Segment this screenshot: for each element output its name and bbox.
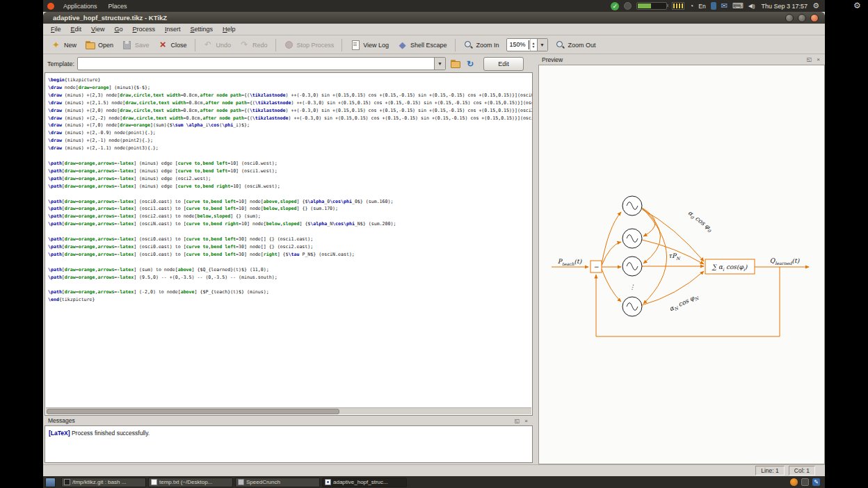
tikz-source-code: \begin{tikzpicture}\draw node[draw=orang… (45, 73, 532, 304)
menu-file[interactable]: File (46, 24, 66, 34)
ktikz-icon (325, 479, 331, 485)
new-button[interactable]: New (47, 38, 80, 51)
notification-icon[interactable] (790, 478, 798, 486)
open-button[interactable]: Open (81, 38, 117, 51)
code-line: \draw (minus) +(2,1.5) node[draw,circle,… (48, 99, 532, 107)
taskbar-window-button[interactable]: temp.txt (~/Desktop... (148, 478, 233, 487)
minimize-button[interactable] (785, 14, 794, 22)
menu-edit[interactable]: Edit (66, 24, 87, 34)
session-indicator-icon[interactable] (624, 2, 632, 10)
template-edit-button[interactable]: Edit (483, 57, 524, 71)
code-line: \begin{tikzpicture} (48, 76, 532, 84)
toolbar: NewOpenSaveCloseUndoRedoStop ProcessView… (43, 36, 825, 54)
editor-horizontal-scrollbar[interactable] (46, 407, 531, 414)
redo-button[interactable]: Redo (236, 38, 271, 51)
top-panel-menus: ApplicationsPlaces (58, 2, 133, 10)
window-titlebar[interactable]: adaptive_hopf_structure.tikz - KTikZ (43, 12, 825, 24)
volume-icon[interactable] (748, 1, 755, 10)
clock[interactable]: Thu Sep 3 17:57 (762, 3, 808, 10)
session-gear-icon[interactable] (812, 1, 819, 10)
minus-label: − (593, 263, 599, 270)
template-reload-button[interactable] (464, 58, 476, 70)
panel-menu-applications[interactable]: Applications (58, 2, 103, 10)
show-desktop-icon[interactable] (45, 478, 56, 487)
window-title: adaptive_hopf_structure.tikz - KTikZ (53, 14, 167, 22)
stop-process-button[interactable]: Stop Process (280, 38, 338, 51)
calculator-icon (238, 479, 244, 485)
system-tray: ✓EnThu Sep 3 17:57 (611, 1, 825, 10)
taskbar-tray: ✎ (790, 478, 825, 486)
menu-settings[interactable]: Settings (186, 24, 218, 34)
preview-dock-buttons: ◱ × (806, 56, 821, 63)
code-line: \draw (minus) +(2,-1.1) node(point3){.}; (48, 145, 532, 152)
monitor-icon[interactable] (801, 478, 809, 486)
desktop: { "desktop": { "top_panel": { "menus": [… (0, 0, 868, 488)
bluetooth-icon[interactable] (711, 2, 716, 10)
menu-process[interactable]: Process (127, 24, 160, 34)
template-combobox[interactable]: ▼ (77, 57, 446, 70)
zoom-spin-buttons[interactable]: ▲▼ (530, 39, 537, 51)
shell-escape-button[interactable]: Shell Escape (394, 38, 451, 51)
meter-icon[interactable] (672, 2, 684, 10)
zoom-level-value: 150% (507, 39, 528, 51)
view-log-icon (350, 40, 360, 50)
output-label: Qlearned(t) (770, 257, 800, 266)
text-caret (529, 40, 529, 49)
distro-logo-icon[interactable] (47, 3, 54, 10)
float-dock-icon[interactable]: ◱ (514, 418, 520, 424)
status-line-indicator: Line: 1 (755, 466, 785, 475)
undo-button-label: Undo (216, 42, 232, 49)
template-dropdown-arrow[interactable]: ▼ (434, 58, 445, 70)
menu-help[interactable]: Help (218, 24, 241, 34)
maximize-button[interactable] (798, 14, 806, 22)
preview-pane[interactable]: − ⋮ Pteach(t) Qlearned(t) ∑ αi cos(φi) α… (538, 65, 825, 464)
float-dock-icon[interactable]: ◱ (806, 56, 812, 63)
editor-tray-icon[interactable]: ✎ (812, 478, 820, 486)
message-source-badge: [LaTeX] (49, 430, 70, 437)
zoom-level-combo[interactable]: 150%▲▼▼ (506, 38, 548, 51)
panel-menu-places[interactable]: Places (103, 2, 133, 10)
close-button[interactable]: Close (154, 38, 191, 51)
messages-dock-buttons: ◱ × (514, 418, 529, 424)
code-line: \path[draw=orange,arrows=-latex] (osci2.… (48, 213, 532, 220)
menu-go[interactable]: Go (109, 24, 127, 34)
template-open-button[interactable] (449, 58, 461, 70)
code-line: \path[draw=orange,arrows=-latex] (osci0.… (48, 236, 532, 243)
save-button[interactable]: Save (118, 38, 153, 51)
new-button-label: New (64, 42, 77, 49)
zoom-out-button[interactable]: Zoom Out (552, 38, 600, 51)
network-icon[interactable] (689, 1, 693, 10)
keyboard-icon[interactable] (732, 1, 744, 10)
taskbar-window-button[interactable]: SpeedCrunch (235, 478, 320, 487)
taskbar-window-button[interactable]: adaptive_hopf_struc... (322, 478, 407, 487)
updates-icon[interactable]: ✓ (611, 2, 619, 10)
sum-label: ∑ αi cos(φi) (712, 263, 748, 272)
window-close-button[interactable] (810, 14, 819, 22)
corner-gear-icon[interactable]: ⚙ (853, 1, 861, 10)
view-log-button[interactable]: View Log (346, 38, 392, 51)
desktop-screen: ApplicationsPlaces ✓EnThu Sep 3 17:57 ad… (43, 0, 825, 488)
zoom-out-button-label: Zoom Out (568, 42, 596, 49)
close-dock-icon[interactable]: × (815, 56, 821, 63)
zoom-dropdown-arrow[interactable]: ▼ (537, 39, 547, 51)
menu-view[interactable]: View (86, 24, 109, 34)
save-icon (122, 40, 132, 50)
folder-icon (450, 58, 460, 69)
code-line: \path[draw=orange,arrows=-latex] (osci1.… (48, 205, 532, 213)
code-line: \path[draw=orange,arrows=-latex] (osci0.… (48, 243, 532, 251)
language-indicator[interactable]: En (698, 1, 705, 10)
mail-icon[interactable] (721, 1, 728, 10)
template-row: Template: ▼ Edit (43, 55, 534, 72)
undo-button[interactable]: Undo (200, 38, 235, 51)
code-line: \path[draw=orange,arrows=-latex] (osci0.… (48, 251, 532, 259)
taskbar-window-label: temp.txt (~/Desktop... (159, 479, 212, 485)
battery-icon[interactable] (636, 2, 667, 10)
taskbar-window-button[interactable]: /tmp/ktikz.git : bash ... (61, 478, 146, 487)
menu-insert[interactable]: Insert (160, 24, 186, 34)
code-editor[interactable]: \begin{tikzpicture}\draw node[draw=orang… (45, 72, 533, 416)
zoom-in-button[interactable]: Zoom In (460, 38, 503, 51)
status-col-indicator: Col: 1 (789, 466, 815, 475)
alphaN-label: αN cos φN (668, 292, 700, 313)
scrollbar-thumb[interactable] (47, 409, 339, 414)
close-dock-icon[interactable]: × (523, 418, 529, 424)
